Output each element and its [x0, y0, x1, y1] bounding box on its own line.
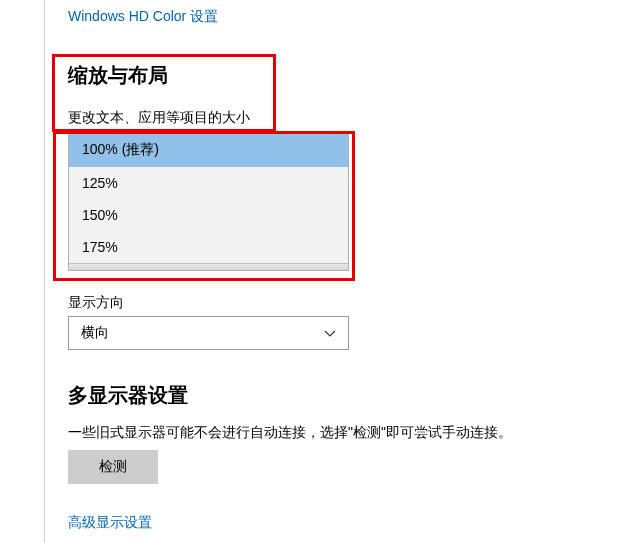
scale-dropdown-open[interactable]: 100% (推荐) 125% 150% 175%: [68, 132, 349, 271]
scale-option-150[interactable]: 150%: [69, 199, 348, 231]
scale-option-125[interactable]: 125%: [69, 167, 348, 199]
display-orientation-label: 显示方向: [68, 294, 124, 312]
sidebar-divider: [44, 0, 45, 543]
scale-option-175[interactable]: 175%: [69, 231, 348, 263]
dropdown-bottom-edge: [69, 263, 348, 270]
hd-color-settings-link[interactable]: Windows HD Color 设置: [68, 8, 218, 26]
multi-display-desc: 一些旧式显示器可能不会进行自动连接，选择"检测"即可尝试手动连接。: [68, 424, 512, 442]
text-app-size-label: 更改文本、应用等项目的大小: [68, 109, 623, 127]
multi-display-heading: 多显示器设置: [68, 382, 188, 409]
orientation-select[interactable]: 横向: [68, 316, 349, 350]
scaling-layout-heading: 缩放与布局: [68, 62, 623, 89]
orientation-select-value: 横向: [81, 324, 109, 342]
chevron-down-icon: [324, 327, 336, 339]
advanced-display-settings-link[interactable]: 高级显示设置: [68, 514, 152, 532]
detect-button[interactable]: 检测: [68, 450, 158, 484]
scale-option-100[interactable]: 100% (推荐): [69, 133, 348, 167]
